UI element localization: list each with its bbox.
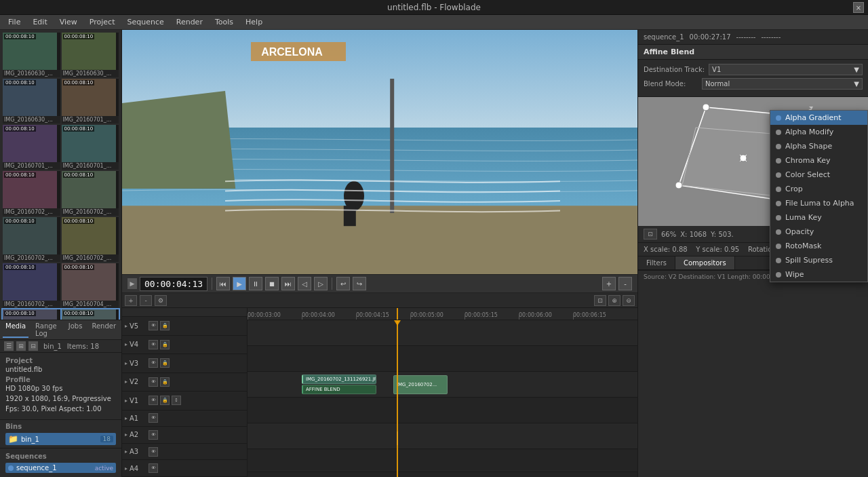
v1-arrow[interactable]: ▸ <box>125 398 127 404</box>
comp-zoom-icon[interactable]: ⊡ <box>644 229 657 240</box>
thumbnail-item-0[interactable]: 00:00:08:10IMG_20160630_... <box>3 33 60 77</box>
track-a3-controls: ▸ A3 👁 <box>122 444 247 461</box>
tl-del-btn[interactable]: - <box>140 295 152 306</box>
tl-zoom-fit-btn[interactable]: ⊡ <box>594 295 606 306</box>
dropdown-label-6: File Luma to Alpha <box>785 199 854 208</box>
dropdown-item-5[interactable]: Crop <box>770 182 867 196</box>
v3-img-clip[interactable]: IMG_20160702... <box>393 375 448 394</box>
v2-lock-btn[interactable]: 🔒 <box>160 377 170 387</box>
dropdown-item-3[interactable]: Chroma Key <box>770 153 867 168</box>
thumbnail-item-4[interactable]: 00:00:08:10IMG_20160701_... <box>3 125 60 170</box>
transport-pause-btn[interactable]: ⏸ <box>249 277 262 290</box>
a2-arrow[interactable]: ▸ <box>125 432 127 438</box>
bin-list-icon[interactable]: ☰ <box>4 341 14 351</box>
v4-lock-btn[interactable]: 🔒 <box>160 340 170 349</box>
menu-tools[interactable]: Tools <box>210 16 239 28</box>
tl-add-btn[interactable]: + <box>125 295 137 306</box>
thumbnail-item-13[interactable]: 00:00:08:10IMG_20160705_... <box>62 309 119 320</box>
v3-lock-btn[interactable]: 🔒 <box>160 358 170 368</box>
tl-settings-btn[interactable]: ⚙ <box>155 295 167 306</box>
transport-prev-btn[interactable]: ⏮ <box>216 277 230 290</box>
a2-eye-btn[interactable]: 👁 <box>149 430 158 440</box>
blend-mode-select[interactable]: Normal ▼ <box>702 78 863 90</box>
transport-mark-in-btn[interactable]: ◁ <box>298 277 311 290</box>
thumbnail-item-2[interactable]: 00:00:08:10IMG_20160630_... <box>3 79 60 123</box>
tab-media[interactable]: Media <box>3 322 28 338</box>
transport-stop-btn[interactable]: ⏹ <box>265 277 279 290</box>
thumbnail-item-7[interactable]: 00:00:08:10IMG_20160702_... <box>62 171 119 216</box>
v4-arrow[interactable]: ▸ <box>125 341 127 347</box>
track-v2-controls: ▸ V2 👁 🔒 <box>122 373 247 392</box>
dropdown-item-7[interactable]: Luma Key <box>770 210 867 225</box>
menu-help[interactable]: Help <box>240 16 268 28</box>
dest-track-select[interactable]: V1 ▼ <box>709 64 863 75</box>
dropdown-item-1[interactable]: Alpha Modify <box>770 125 867 139</box>
dropdown-item-11[interactable]: Wipe <box>770 267 867 282</box>
dropdown-item-6[interactable]: File Luma to Alpha <box>770 196 867 210</box>
dropdown-item-2[interactable]: Alpha Shape <box>770 139 867 153</box>
tab-filters[interactable]: Filters <box>638 256 675 269</box>
a3-arrow[interactable]: ▸ <box>125 449 127 455</box>
dropdown-item-8[interactable]: Opacity <box>770 225 867 239</box>
v3-eye-btn[interactable]: 👁 <box>149 358 158 368</box>
thumbnail-item-9[interactable]: 00:00:08:10IMG_20160702_... <box>62 217 119 262</box>
dropdown-item-10[interactable]: Spill Supress <box>770 253 867 267</box>
a4-eye-btn[interactable]: 👁 <box>149 463 158 473</box>
tab-compositors[interactable]: Compositors <box>675 256 735 269</box>
menu-view[interactable]: View <box>54 16 83 28</box>
thumbnail-item-8[interactable]: 00:00:08:10IMG_20160702_... <box>3 217 60 262</box>
v1-sync-btn[interactable]: ↕ <box>172 396 181 405</box>
transport-next-btn[interactable]: ⏭ <box>281 277 295 290</box>
tab-render[interactable]: Render <box>89 322 119 338</box>
v2-arrow[interactable]: ▸ <box>125 379 127 385</box>
v2-eye-btn[interactable]: 👁 <box>149 377 158 387</box>
v5-lock-btn[interactable]: 🔒 <box>160 321 170 330</box>
thumbnail-item-6[interactable]: 00:00:08:10IMG_20160702_... <box>3 171 60 216</box>
transport-zoom-in-btn[interactable]: + <box>602 277 616 290</box>
dropdown-item-0[interactable]: Alpha Gradient <box>770 111 867 125</box>
a1-arrow[interactable]: ▸ <box>125 415 127 421</box>
v1-lock-btn[interactable]: 🔒 <box>160 396 170 405</box>
v3-affine-blend-label[interactable]: AFFINE BLEND <box>302 385 376 394</box>
dropdown-item-4[interactable]: Color Select <box>770 168 867 182</box>
transport-undo-btn[interactable]: ↩ <box>336 277 350 290</box>
v3-arrow[interactable]: ▸ <box>125 360 127 366</box>
transport-marker-btn[interactable]: ▶ <box>127 278 137 289</box>
transport-redo-btn[interactable]: ↪ <box>353 277 366 290</box>
dropdown-item-9[interactable]: RotoMask <box>770 239 867 253</box>
thumbnail-item-11[interactable]: 00:00:08:10IMG_20160704_... <box>62 263 119 308</box>
thumbnail-item-10[interactable]: 00:00:08:10IMG_20160702_... <box>3 263 60 308</box>
v5-eye-btn[interactable]: 👁 <box>149 321 158 330</box>
menu-render[interactable]: Render <box>171 16 208 28</box>
v4-eye-btn[interactable]: 👁 <box>149 340 158 349</box>
menu-project[interactable]: Project <box>84 16 121 28</box>
thumbnail-item-12[interactable]: 00:00:08:10IMG_20160705_... <box>3 309 60 320</box>
menu-file[interactable]: File <box>3 16 26 28</box>
thumbnail-item-1[interactable]: 00:00:08:10IMG_20160630_... <box>62 33 119 77</box>
tab-range-log[interactable]: Range Log <box>33 322 62 338</box>
transport-play-btn[interactable]: ▶ <box>233 277 246 290</box>
a1-eye-btn[interactable]: 👁 <box>149 413 158 423</box>
v3-image-clip[interactable]: IMG_20160702_131126921.JPG <box>302 375 376 384</box>
sequence-item[interactable]: sequence_1 active <box>5 463 116 473</box>
bin-col-icon[interactable]: ⊟ <box>28 341 38 351</box>
menu-sequence[interactable]: Sequence <box>121 16 169 28</box>
v1-eye-btn[interactable]: 👁 <box>149 396 158 405</box>
v5-arrow[interactable]: ▸ <box>125 323 127 329</box>
close-button[interactable]: × <box>853 2 864 13</box>
tab-jobs[interactable]: Jobs <box>66 322 85 338</box>
tl-zoom-in-btn[interactable]: ⊕ <box>608 295 620 306</box>
comp-y-label: Y: 503. <box>711 231 734 238</box>
a2-track <box>248 472 637 477</box>
bin-grid-icon[interactable]: ⊞ <box>16 341 26 351</box>
thumbnail-item-3[interactable]: 00:00:08:10IMG_20160701_... <box>62 79 119 123</box>
transport-zoom-out-btn[interactable]: - <box>618 277 632 290</box>
a4-arrow[interactable]: ▸ <box>125 465 127 472</box>
comp-x-label: X: 1068 <box>680 231 707 238</box>
thumbnail-item-5[interactable]: 00:00:08:10IMG_20160701_... <box>62 125 119 170</box>
a3-eye-btn[interactable]: 👁 <box>149 447 158 457</box>
bin-row[interactable]: 📁 bin_1 18 <box>5 433 116 445</box>
tl-zoom-out-btn[interactable]: ⊖ <box>623 295 635 306</box>
menu-edit[interactable]: Edit <box>27 16 52 28</box>
transport-mark-out-btn[interactable]: ▷ <box>314 277 328 290</box>
